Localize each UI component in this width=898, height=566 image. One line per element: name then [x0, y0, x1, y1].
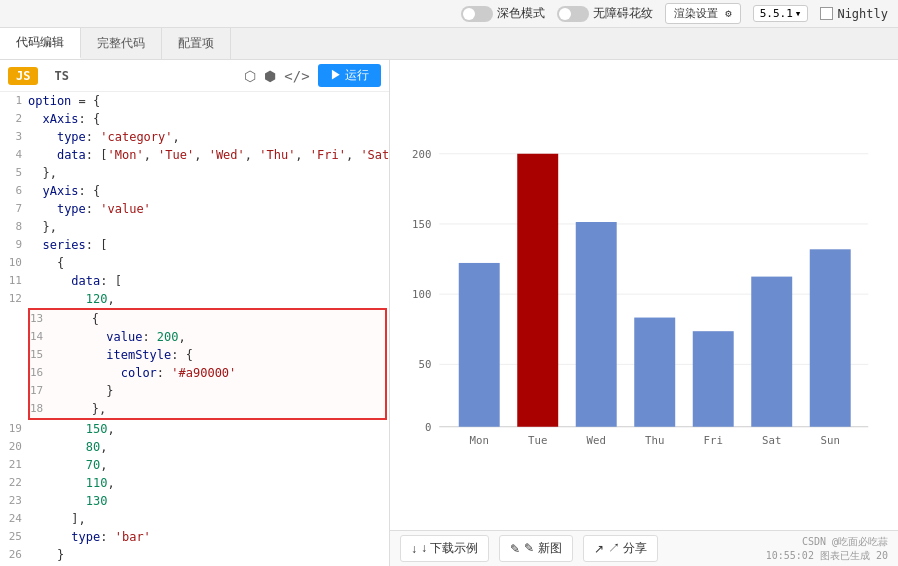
- chevron-down-icon: ▾: [795, 7, 802, 20]
- bar-wed: [576, 222, 617, 427]
- code-editor[interactable]: 1 option = { 2 xAxis: { 3 type: 'categor…: [0, 92, 389, 566]
- code-line-7: 7 type: 'value': [0, 200, 389, 218]
- code-line-26: 26 }: [0, 546, 389, 564]
- download-icon: ↓: [411, 542, 417, 556]
- y-label-200: 200: [412, 148, 431, 161]
- settings-icon: ⚙: [725, 7, 732, 20]
- y-label-0: 0: [425, 421, 431, 434]
- code-icon[interactable]: </>: [284, 68, 309, 84]
- lang-tab-js[interactable]: JS: [8, 67, 38, 85]
- nightly-checkbox[interactable]: [820, 7, 833, 20]
- code-line-15: 15 itemStyle: {: [30, 346, 385, 364]
- code-line-2: 2 xAxis: {: [0, 110, 389, 128]
- new-chart-button[interactable]: ✎ ✎ 新图: [499, 535, 572, 562]
- bar-mon: [459, 263, 500, 427]
- code-line-4: 4 data: ['Mon', 'Tue', 'Wed', 'Thu', 'Fr…: [0, 146, 389, 164]
- accessibility-label: 无障碍花纹: [593, 5, 653, 22]
- code-line-22: 22 110,: [0, 474, 389, 492]
- code-line-6: 6 yAxis: {: [0, 182, 389, 200]
- bar-thu: [634, 318, 675, 427]
- tab-row: 代码编辑 完整代码 配置项: [0, 28, 898, 60]
- top-bar: 深色模式 无障碍花纹 渲染设置 ⚙ 5.5.1 ▾ Nightly: [0, 0, 898, 28]
- dark-mode-label: 深色模式: [497, 5, 545, 22]
- nightly-toggle[interactable]: Nightly: [820, 7, 888, 21]
- bar-tue: [517, 154, 558, 427]
- code-line-10: 10 {: [0, 254, 389, 272]
- code-line-9: 9 series: [: [0, 236, 389, 254]
- bar-fri: [693, 331, 734, 427]
- edit-icon: ✎: [510, 542, 520, 556]
- tab-full-code[interactable]: 完整代码: [81, 28, 162, 59]
- code-line-8: 8 },: [0, 218, 389, 236]
- code-line-5: 5 },: [0, 164, 389, 182]
- x-label-thu: Thu: [645, 434, 664, 447]
- x-label-fri: Fri: [704, 434, 723, 447]
- tab-code-edit[interactable]: 代码编辑: [0, 28, 81, 59]
- code-line-23: 23 130: [0, 492, 389, 510]
- code-line-3: 3 type: 'category',: [0, 128, 389, 146]
- y-label-150: 150: [412, 218, 431, 231]
- x-label-tue: Tue: [528, 434, 547, 447]
- code-line-17: 17 }: [30, 382, 385, 400]
- right-panel: 200 150 100 50 0: [390, 60, 898, 566]
- toolbar-icons: ⬡ ⬢ </> ▶ 运行: [244, 64, 381, 87]
- watermark: CSDN @吃面必吃蒜 10:55:02 图表已生成 20: [766, 535, 888, 563]
- code-line-1: 1 option = {: [0, 92, 389, 110]
- code-line-14: 14 value: 200,: [30, 328, 385, 346]
- code-line-24: 24 ],: [0, 510, 389, 528]
- x-label-mon: Mon: [470, 434, 489, 447]
- x-label-wed: Wed: [587, 434, 606, 447]
- run-button[interactable]: ▶ 运行: [318, 64, 381, 87]
- 3d-box-icon[interactable]: ⬡: [244, 68, 256, 84]
- bar-chart-svg: 200 150 100 50 0: [410, 80, 878, 520]
- cube-icon[interactable]: ⬢: [264, 68, 276, 84]
- bottom-bar: ↓ ↓ 下载示例 ✎ ✎ 新图 ↗ ↗ 分享 CSDN @吃面必吃蒜 10:55…: [390, 530, 898, 566]
- render-settings-button[interactable]: 渲染设置 ⚙: [665, 3, 740, 24]
- dark-mode-switch[interactable]: [461, 6, 493, 22]
- accessibility-switch[interactable]: [557, 6, 589, 22]
- bar-sun: [810, 249, 851, 426]
- share-icon: ↗: [594, 542, 604, 556]
- lang-tab-ts[interactable]: TS: [46, 67, 76, 85]
- lang-tabs: JS TS ⬡ ⬢ </> ▶ 运行: [0, 60, 389, 92]
- chart-area: 200 150 100 50 0: [390, 60, 898, 530]
- code-line-19: 19 150,: [0, 420, 389, 438]
- code-line-21: 21 70,: [0, 456, 389, 474]
- accessibility-toggle[interactable]: 无障碍花纹: [557, 5, 653, 22]
- version-label: 5.5.1: [760, 7, 793, 20]
- tab-config[interactable]: 配置项: [162, 28, 231, 59]
- bottom-actions: ↓ ↓ 下载示例 ✎ ✎ 新图 ↗ ↗ 分享: [400, 535, 658, 562]
- y-label-50: 50: [419, 358, 432, 371]
- code-line-16: 16 color: '#a90000': [30, 364, 385, 382]
- version-selector[interactable]: 5.5.1 ▾: [753, 5, 809, 22]
- code-line-20: 20 80,: [0, 438, 389, 456]
- x-label-sun: Sun: [821, 434, 840, 447]
- x-label-sat: Sat: [762, 434, 781, 447]
- dark-mode-toggle[interactable]: 深色模式: [461, 5, 545, 22]
- main-content: JS TS ⬡ ⬢ </> ▶ 运行 1 option = { 2: [0, 60, 898, 566]
- code-line-12: 12 120,: [0, 290, 389, 308]
- code-line-18: 18 },: [30, 400, 385, 418]
- highlight-block: 13 { 14 value: 200, 15 itemStyle: {: [28, 308, 387, 420]
- code-line-25: 25 type: 'bar': [0, 528, 389, 546]
- left-panel: JS TS ⬡ ⬢ </> ▶ 运行 1 option = { 2: [0, 60, 390, 566]
- y-label-100: 100: [412, 288, 431, 301]
- share-button[interactable]: ↗ ↗ 分享: [583, 535, 658, 562]
- code-line-13: 13 {: [30, 310, 385, 328]
- nightly-label: Nightly: [837, 7, 888, 21]
- bar-sat: [751, 277, 792, 427]
- download-button[interactable]: ↓ ↓ 下载示例: [400, 535, 489, 562]
- code-line-11: 11 data: [: [0, 272, 389, 290]
